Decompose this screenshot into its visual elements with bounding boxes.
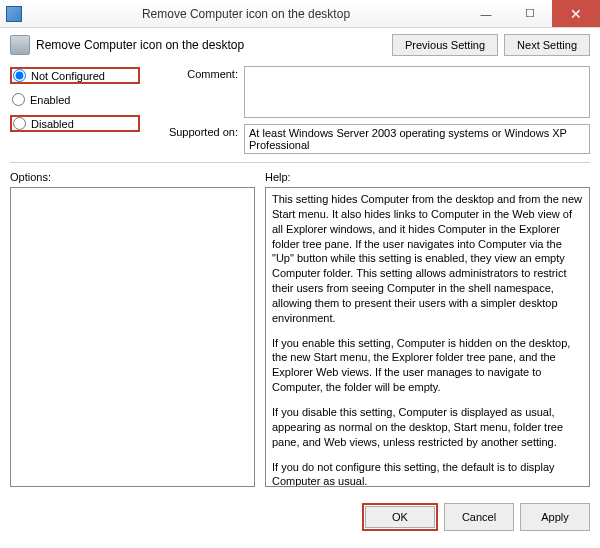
- comment-input[interactable]: [244, 66, 590, 118]
- state-radio-group: Not Configured Enabled Disabled: [10, 66, 140, 154]
- radio-not-configured-input[interactable]: [13, 69, 26, 82]
- window-controls: — ☐ ✕: [464, 0, 600, 27]
- app-icon: [6, 6, 22, 22]
- help-panel[interactable]: This setting hides Computer from the des…: [265, 187, 590, 487]
- radio-enabled[interactable]: Enabled: [10, 92, 140, 107]
- radio-disabled[interactable]: Disabled: [10, 115, 140, 132]
- apply-button[interactable]: Apply: [520, 503, 590, 531]
- setting-title: Remove Computer icon on the desktop: [36, 38, 386, 52]
- options-panel: [10, 187, 255, 487]
- options-label: Options:: [10, 171, 255, 183]
- radio-not-configured-label: Not Configured: [31, 70, 105, 82]
- window-title: Remove Computer icon on the desktop: [28, 7, 464, 21]
- help-paragraph: If you disable this setting, Computer is…: [272, 405, 583, 450]
- supported-on-label: Supported on:: [158, 124, 238, 138]
- cancel-button[interactable]: Cancel: [444, 503, 514, 531]
- ok-highlight: OK: [362, 503, 438, 531]
- radio-enabled-input[interactable]: [12, 93, 25, 106]
- help-paragraph: If you do not configure this setting, th…: [272, 460, 583, 488]
- header-row: Remove Computer icon on the desktop Prev…: [10, 34, 590, 56]
- close-button[interactable]: ✕: [552, 0, 600, 27]
- supported-on-value: At least Windows Server 2003 operating s…: [244, 124, 590, 154]
- maximize-button[interactable]: ☐: [508, 0, 552, 27]
- previous-setting-button[interactable]: Previous Setting: [392, 34, 498, 56]
- ok-button[interactable]: OK: [365, 506, 435, 528]
- next-setting-button[interactable]: Next Setting: [504, 34, 590, 56]
- radio-enabled-label: Enabled: [30, 94, 70, 106]
- radio-disabled-input[interactable]: [13, 117, 26, 130]
- comment-label: Comment:: [158, 66, 238, 80]
- help-paragraph: If you enable this setting, Computer is …: [272, 336, 583, 395]
- dialog-footer: OK Cancel Apply: [0, 495, 600, 539]
- help-paragraph: This setting hides Computer from the des…: [272, 192, 583, 326]
- title-bar: Remove Computer icon on the desktop — ☐ …: [0, 0, 600, 28]
- radio-not-configured[interactable]: Not Configured: [10, 67, 140, 84]
- radio-disabled-label: Disabled: [31, 118, 74, 130]
- minimize-button[interactable]: —: [464, 0, 508, 27]
- help-label: Help:: [265, 171, 590, 183]
- setting-icon: [10, 35, 30, 55]
